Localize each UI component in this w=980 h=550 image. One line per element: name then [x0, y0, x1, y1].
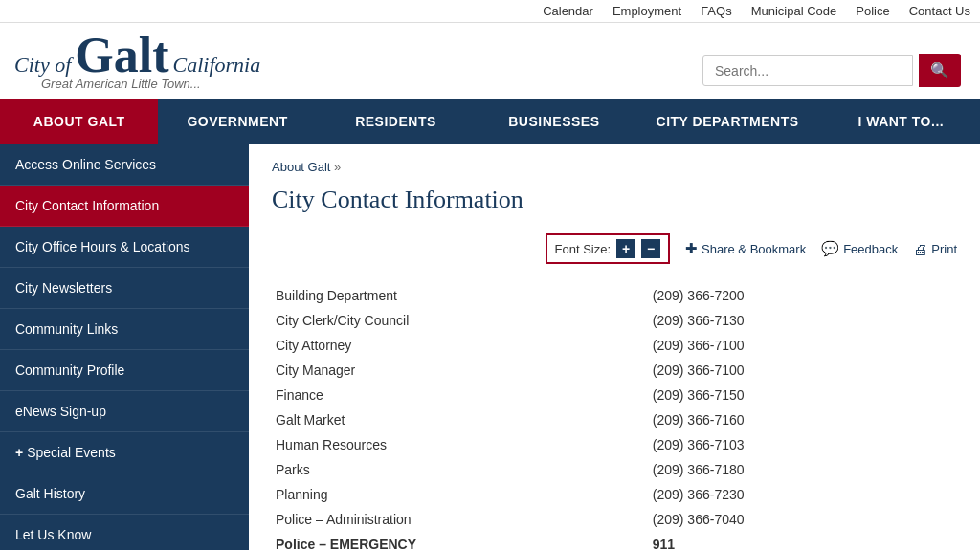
contact-phone: (209) 366-7130	[649, 308, 957, 333]
breadcrumb: About Galt »	[272, 160, 957, 174]
font-decrease-button[interactable]: −	[641, 239, 660, 258]
contact-department: City Clerk/City Council	[272, 308, 649, 333]
search-button[interactable]: 🔍	[919, 54, 961, 87]
page-title: City Contact Information	[272, 186, 957, 214]
content-toolbar: Font Size: + − ✚ Share & Bookmark 💬 Feed…	[272, 233, 957, 264]
logo-galt-text: Galt	[75, 31, 168, 80]
contact-department: City Attorney	[272, 333, 649, 358]
table-row: Building Department(209) 366-7200	[272, 283, 957, 308]
table-row: Parks(209) 366-7180	[272, 457, 957, 482]
share-label: Share & Bookmark	[702, 242, 806, 256]
topbar-calendar[interactable]: Calendar	[543, 4, 593, 18]
contact-phone: (209) 366-7230	[649, 482, 957, 507]
breadcrumb-separator: »	[334, 160, 341, 174]
sidebar-item-office-hours[interactable]: City Office Hours & Locations	[0, 227, 249, 268]
table-row: Finance(209) 366-7150	[272, 383, 957, 407]
sidebar-item-let-us-know[interactable]: Let Us Know	[0, 515, 249, 550]
contact-department: Galt Market	[272, 407, 649, 432]
contact-department: Building Department	[272, 283, 649, 308]
table-row: Galt Market(209) 366-7160	[272, 407, 957, 432]
contact-phone: (209) 366-7180	[649, 457, 957, 482]
table-row: Police – Administration(209) 366-7040	[272, 507, 957, 532]
nav-about-galt[interactable]: ABOUT GALT	[0, 99, 158, 144]
nav-bar: ABOUT GALT GOVERNMENT RESIDENTS BUSINESS…	[0, 99, 980, 144]
font-size-label: Font Size:	[555, 242, 612, 256]
contact-department: Parks	[272, 457, 649, 482]
contact-phone: 911	[649, 532, 957, 550]
search-input[interactable]	[702, 55, 913, 86]
sidebar-item-community-profile[interactable]: Community Profile	[0, 350, 249, 391]
contact-table: Building Department(209) 366-7200City Cl…	[272, 283, 957, 550]
contact-department: Human Resources	[272, 432, 649, 457]
contact-department: Police – EMERGENCY	[272, 532, 649, 550]
table-row: City Manager(209) 366-7100	[272, 358, 957, 383]
print-icon: 🖨	[913, 241, 927, 257]
nav-businesses[interactable]: BUSINESSES	[475, 99, 633, 144]
sidebar: Access Online Services City Contact Info…	[0, 144, 249, 550]
logo-city-text: City of	[14, 53, 71, 77]
feedback-label: Feedback	[843, 242, 898, 256]
contact-phone: (209) 366-7200	[649, 283, 957, 308]
contact-department: Finance	[272, 383, 649, 407]
nav-i-want-to[interactable]: I WANT TO...	[822, 99, 980, 144]
nav-government[interactable]: GOVERNMENT	[158, 99, 316, 144]
share-bookmark-link[interactable]: ✚ Share & Bookmark	[685, 240, 806, 257]
contact-phone: (209) 366-7160	[649, 407, 957, 432]
topbar-police[interactable]: Police	[856, 4, 889, 18]
sidebar-item-enews[interactable]: eNews Sign-up	[0, 391, 249, 432]
logo-california-text: California	[173, 53, 261, 77]
font-increase-button[interactable]: +	[616, 239, 635, 258]
table-row: Human Resources(209) 366-7103	[272, 432, 957, 457]
table-row: Planning(209) 366-7230	[272, 482, 957, 507]
table-row: City Attorney(209) 366-7100	[272, 333, 957, 358]
top-bar: Calendar Employment FAQs Municipal Code …	[0, 0, 980, 23]
contact-phone: (209) 366-7100	[649, 333, 957, 358]
sidebar-item-newsletters[interactable]: City Newsletters	[0, 268, 249, 309]
nav-residents[interactable]: RESIDENTS	[317, 99, 475, 144]
sidebar-item-special-events[interactable]: Special Events	[0, 432, 249, 473]
sidebar-item-galt-history[interactable]: Galt History	[0, 473, 249, 515]
sidebar-item-community-links[interactable]: Community Links	[0, 309, 249, 350]
contact-phone: (209) 366-7100	[649, 358, 957, 383]
search-area: 🔍	[702, 54, 961, 87]
topbar-faqs[interactable]: FAQs	[701, 4, 732, 18]
logo-tagline: Great American Little Town...	[14, 77, 260, 91]
table-row: Police – EMERGENCY911	[272, 532, 957, 550]
font-size-control: Font Size: + −	[546, 233, 671, 264]
sidebar-item-online-services[interactable]: Access Online Services	[0, 144, 249, 186]
topbar-municipal-code[interactable]: Municipal Code	[751, 4, 837, 18]
print-label: Print	[931, 242, 957, 256]
logo-area: City of Galt California Great American L…	[14, 31, 260, 91]
feedback-icon: 💬	[821, 240, 839, 257]
print-link[interactable]: 🖨 Print	[913, 241, 957, 257]
nav-city-departments[interactable]: CITY DEPARTMENTS	[634, 99, 822, 144]
topbar-employment[interactable]: Employment	[612, 4, 681, 18]
contact-department: Police – Administration	[272, 507, 649, 532]
contact-phone: (209) 366-7103	[649, 432, 957, 457]
contact-department: City Manager	[272, 358, 649, 383]
content-wrapper: Access Online Services City Contact Info…	[0, 144, 980, 550]
table-row: City Clerk/City Council(209) 366-7130	[272, 308, 957, 333]
contact-phone: (209) 366-7040	[649, 507, 957, 532]
sidebar-item-contact-info[interactable]: City Contact Information	[0, 186, 249, 227]
topbar-contact-us[interactable]: Contact Us	[909, 4, 970, 18]
feedback-link[interactable]: 💬 Feedback	[821, 240, 898, 257]
breadcrumb-parent-link[interactable]: About Galt	[272, 160, 330, 174]
share-icon: ✚	[685, 240, 698, 257]
contact-phone: (209) 366-7150	[649, 383, 957, 407]
main-content: About Galt » City Contact Information Fo…	[249, 144, 980, 550]
contact-department: Planning	[272, 482, 649, 507]
header: City of Galt California Great American L…	[0, 23, 980, 99]
logo-main: City of Galt California	[14, 31, 260, 80]
